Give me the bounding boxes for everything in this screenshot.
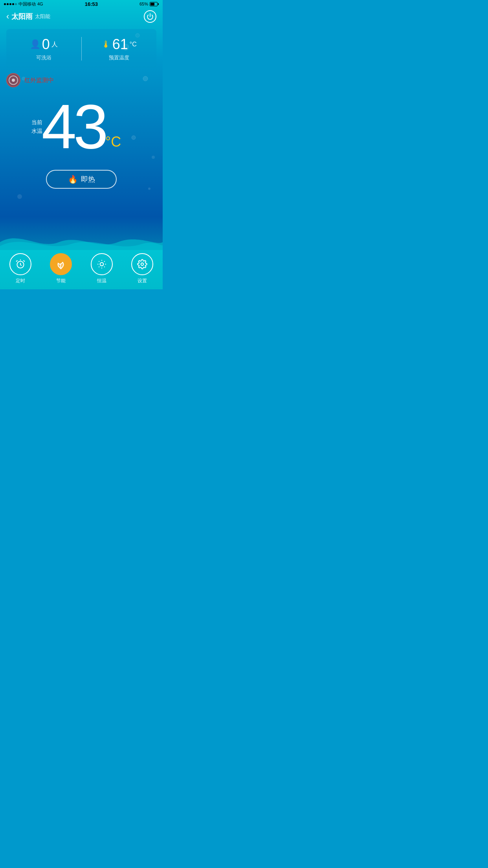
svg-line-18 bbox=[104, 267, 105, 267]
signal-dot-4 bbox=[12, 3, 14, 5]
nav-item-energy-save[interactable]: 节能 bbox=[50, 253, 72, 284]
bath-label: 可洗浴 bbox=[36, 54, 51, 61]
timer-label: 定时 bbox=[16, 278, 25, 284]
battery-percent: 65% bbox=[139, 2, 148, 6]
bottom-nav: 定时 节能 bbox=[0, 250, 163, 289]
bath-info: 👤 0 人 可洗浴 bbox=[6, 36, 81, 61]
thermometer-icon: 🌡 bbox=[101, 39, 111, 50]
network-label: 4G bbox=[37, 2, 43, 6]
settings-icon-circle bbox=[131, 253, 153, 275]
flame-icon: 🔥 bbox=[68, 175, 78, 184]
temp-label-line2: 水温 bbox=[31, 127, 42, 135]
bath-count-number: 0 bbox=[42, 36, 50, 53]
info-card: 👤 0 人 可洗浴 🌡 61 °C 预置温度 bbox=[6, 29, 156, 68]
bath-unit: 人 bbox=[51, 40, 58, 49]
signal-dot-3 bbox=[9, 3, 11, 5]
svg-line-17 bbox=[99, 261, 99, 262]
status-bar: 中国移动 4G 16:53 65% bbox=[0, 0, 163, 8]
temp-label: 当前 水温 bbox=[31, 118, 42, 136]
battery-icon bbox=[150, 2, 159, 6]
nav-item-timer[interactable]: 定时 bbox=[9, 253, 31, 284]
nav-left: ‹ 太阳雨 太阳能 bbox=[6, 11, 50, 22]
svg-point-8 bbox=[148, 188, 150, 190]
constant-temp-label: 恒温 bbox=[97, 278, 106, 284]
settings-label: 设置 bbox=[138, 278, 147, 284]
svg-point-21 bbox=[141, 263, 144, 266]
energy-save-label: 节能 bbox=[56, 278, 66, 284]
carrier-label: 中国移动 bbox=[18, 1, 36, 7]
signal-dot-5 bbox=[15, 3, 17, 5]
ir-text: 红外监测中 bbox=[24, 77, 54, 84]
temp-display: 当前 水温 43 °C bbox=[0, 95, 163, 158]
power-button[interactable] bbox=[144, 10, 156, 23]
nav-item-constant-temp[interactable]: 恒温 bbox=[91, 253, 113, 284]
instant-heat-label: 即热 bbox=[81, 175, 95, 184]
ir-icon bbox=[6, 73, 20, 87]
person-icon: 👤 bbox=[30, 39, 40, 50]
brand-subtitle: 太阳能 bbox=[35, 13, 50, 20]
status-left: 中国移动 4G bbox=[4, 1, 43, 7]
svg-point-7 bbox=[17, 194, 22, 199]
preset-temp-unit: °C bbox=[130, 41, 137, 48]
app-container: 中国移动 4G 16:53 65% ‹ 太阳雨 太阳能 bbox=[0, 0, 163, 289]
instant-heat-button[interactable]: 🔥 即热 bbox=[46, 170, 117, 189]
signal-dot-1 bbox=[4, 3, 6, 5]
temp-label-line1: 当前 bbox=[31, 118, 42, 127]
signal-dots bbox=[4, 3, 17, 5]
current-temp-value: 43 bbox=[42, 95, 105, 158]
current-temp-unit: °C bbox=[105, 134, 121, 150]
battery-fill bbox=[150, 3, 154, 6]
preset-temp-label: 预置温度 bbox=[109, 54, 129, 61]
battery-body bbox=[150, 2, 158, 6]
battery-tip bbox=[158, 3, 159, 5]
preset-temp-number: 61 bbox=[112, 36, 128, 53]
energy-save-icon-circle bbox=[50, 253, 72, 275]
constant-temp-icon-circle bbox=[91, 253, 113, 275]
timer-icon-circle bbox=[9, 253, 31, 275]
preset-temp-info: 🌡 61 °C 预置温度 bbox=[82, 36, 157, 61]
svg-line-20 bbox=[104, 261, 105, 262]
status-time: 16:53 bbox=[85, 1, 98, 7]
signal-dot-2 bbox=[7, 3, 9, 5]
ir-monitoring: 红外监测中 bbox=[6, 73, 156, 87]
nav-item-settings[interactable]: 设置 bbox=[131, 253, 153, 284]
bath-count-row: 👤 0 人 bbox=[30, 36, 58, 53]
status-right: 65% bbox=[139, 2, 159, 6]
back-button[interactable]: ‹ bbox=[6, 11, 9, 22]
brand-name: 太阳雨 bbox=[11, 12, 33, 21]
preset-temp-row: 🌡 61 °C bbox=[101, 36, 137, 53]
svg-point-12 bbox=[100, 263, 103, 266]
nav-bar: ‹ 太阳雨 太阳能 bbox=[0, 8, 163, 25]
svg-line-19 bbox=[99, 267, 99, 267]
